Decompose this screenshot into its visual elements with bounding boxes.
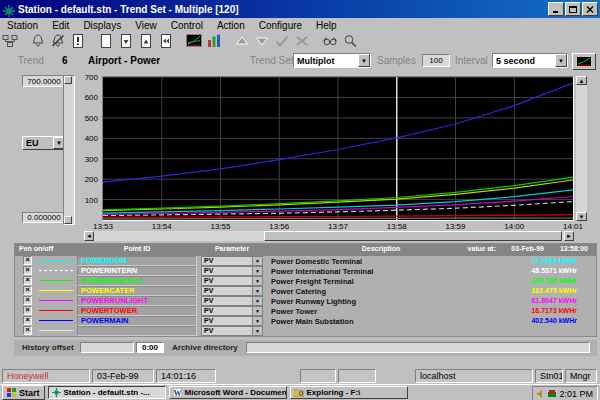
network-icon[interactable] xyxy=(0,34,20,49)
parameter-select[interactable]: PV▼ xyxy=(201,256,263,266)
lower-icon[interactable] xyxy=(252,34,272,49)
point-value: 61.8047 kWHr xyxy=(467,297,577,304)
task-button-word[interactable]: WMicrosoft Word - Document xyxy=(169,386,287,399)
parameter-select[interactable]: PV▼ xyxy=(201,316,263,326)
system-tray: 2:01 PM xyxy=(532,386,598,400)
trend-plot[interactable] xyxy=(102,76,574,221)
accept-icon[interactable] xyxy=(272,34,292,49)
chevron-down-icon[interactable]: ▼ xyxy=(555,54,567,67)
scrollbar-thumb[interactable] xyxy=(264,231,562,241)
point-id-field[interactable] xyxy=(77,326,197,336)
point-id-field[interactable]: POWERMAIN xyxy=(77,316,197,326)
maximize-button[interactable] xyxy=(565,2,581,16)
page-up-icon[interactable] xyxy=(136,34,156,49)
pen-checkbox[interactable]: × xyxy=(23,266,32,275)
range-high-field[interactable]: 700.0000 xyxy=(22,75,66,87)
menu-action[interactable]: Action xyxy=(210,20,252,31)
scroll-left-icon[interactable]: ◄ xyxy=(84,231,94,241)
minimize-button[interactable] xyxy=(548,2,564,16)
parameter-select[interactable]: PV▼ xyxy=(201,286,263,296)
alarm-silence-icon[interactable] xyxy=(48,34,68,49)
scroll-up-icon[interactable]: ▲ xyxy=(576,76,587,85)
range-low-field[interactable]: 0.000000 xyxy=(22,212,66,223)
point-id-field[interactable]: POWERTOWER xyxy=(77,306,197,316)
trend-set-select[interactable]: Multiplot ▼ xyxy=(293,53,371,68)
task-button-explorer[interactable]: Exploring - F:\ xyxy=(290,386,408,399)
parameter-select[interactable]: PV▼ xyxy=(201,266,263,276)
alarm-summary-icon[interactable] xyxy=(68,34,88,49)
close-button[interactable] xyxy=(582,2,598,16)
menu-station[interactable]: Station xyxy=(0,20,45,31)
range-slider-top-handle[interactable] xyxy=(64,76,72,84)
pen-checkbox[interactable]: × xyxy=(23,316,32,325)
trend-icon[interactable] xyxy=(184,34,204,49)
pen-checkbox[interactable]: × xyxy=(23,326,32,335)
pen-checkbox[interactable]: × xyxy=(23,286,32,295)
pen-checkbox[interactable]: × xyxy=(23,276,32,285)
page-recall-icon[interactable] xyxy=(156,34,176,49)
parameter-select[interactable]: PV▼ xyxy=(201,276,263,286)
interval-label: Interval xyxy=(455,55,488,66)
pen-color-sample xyxy=(39,310,73,311)
pen-checkbox[interactable]: × xyxy=(23,306,32,315)
chevron-down-icon[interactable]: ▼ xyxy=(252,267,262,275)
scroll-right-icon[interactable]: ► xyxy=(564,231,574,241)
samples-field[interactable]: 100 xyxy=(422,54,450,67)
tray-app-icon[interactable] xyxy=(548,390,556,398)
status-panel-localhost: localhost xyxy=(415,369,533,383)
chevron-down-icon[interactable]: ▼ xyxy=(252,257,262,265)
history-offset-field[interactable] xyxy=(80,342,134,353)
chevron-down-icon[interactable]: ▼ xyxy=(358,54,370,67)
cancel-icon[interactable] xyxy=(292,34,312,49)
faceplate-icon[interactable] xyxy=(320,34,340,49)
start-button[interactable]: Start xyxy=(2,385,45,400)
chevron-down-icon[interactable]: ▼ xyxy=(252,287,262,295)
menu-view[interactable]: View xyxy=(128,20,164,31)
mini-trend-button[interactable] xyxy=(572,53,596,70)
chevron-down-icon[interactable]: ▼ xyxy=(252,297,262,305)
pen-table-row: ×POWERINTERNPV▼Power International Termi… xyxy=(15,266,596,276)
toolbar xyxy=(0,32,600,51)
search-icon[interactable] xyxy=(340,34,360,49)
pen-checkbox[interactable]: × xyxy=(23,256,32,265)
horizontal-scrollbar[interactable]: ◄ ► xyxy=(84,231,574,241)
task-button-station[interactable]: Station - default.stn -... xyxy=(48,386,166,399)
menu-help[interactable]: Help xyxy=(309,20,344,31)
parameter-select[interactable]: PV▼ xyxy=(201,326,263,336)
chevron-down-icon[interactable]: ▼ xyxy=(252,277,262,285)
pen-checkbox[interactable]: × xyxy=(23,296,32,305)
menu-edit[interactable]: Edit xyxy=(45,20,76,31)
units-select[interactable]: EU ▼ xyxy=(22,136,66,150)
history-offset-time: 0:00 xyxy=(136,342,164,353)
menu-displays[interactable]: Displays xyxy=(76,20,128,31)
point-id-field[interactable]: POWERCATER xyxy=(77,286,197,296)
interval-select[interactable]: 5 second ▼ xyxy=(492,53,568,68)
chevron-down-icon[interactable]: ▼ xyxy=(252,327,262,335)
menu-configure[interactable]: Configure xyxy=(252,20,309,31)
x-tick-label: 13:57 xyxy=(321,222,355,231)
group-icon[interactable] xyxy=(204,34,224,49)
volume-icon[interactable] xyxy=(537,390,545,398)
point-id-field[interactable]: POWERFREIGHT xyxy=(77,276,197,286)
page-down-icon[interactable] xyxy=(116,34,136,49)
pen-color-sample xyxy=(39,280,73,281)
point-id-field[interactable]: POWERDOM xyxy=(77,256,197,266)
station-icon xyxy=(52,388,61,397)
menu-control[interactable]: Control xyxy=(164,20,210,31)
chevron-down-icon[interactable]: ▼ xyxy=(252,307,262,315)
parameter-select[interactable]: PV▼ xyxy=(201,296,263,306)
raise-icon[interactable] xyxy=(232,34,252,49)
chevron-down-icon[interactable]: ▼ xyxy=(252,317,262,325)
archive-directory-field[interactable] xyxy=(246,342,590,353)
parameter-select[interactable]: PV▼ xyxy=(201,306,263,316)
point-id-field[interactable]: POWERRUNLIGHT xyxy=(77,296,197,306)
pen-table-row: ×POWERRUNLIGHTPV▼Power Runway Lighting61… xyxy=(15,296,596,306)
vertical-scrollbar[interactable]: ▲ ▼ xyxy=(576,76,587,221)
scroll-down-icon[interactable]: ▼ xyxy=(576,212,587,221)
alarm-icon[interactable] xyxy=(28,34,48,49)
point-id-field[interactable]: POWERINTERN xyxy=(77,266,197,276)
range-slider-bottom-handle[interactable] xyxy=(64,216,72,224)
x-tick-label: 13:56 xyxy=(262,222,296,231)
archive-directory-label: Archive directory xyxy=(172,343,238,352)
page-icon[interactable] xyxy=(96,34,116,49)
